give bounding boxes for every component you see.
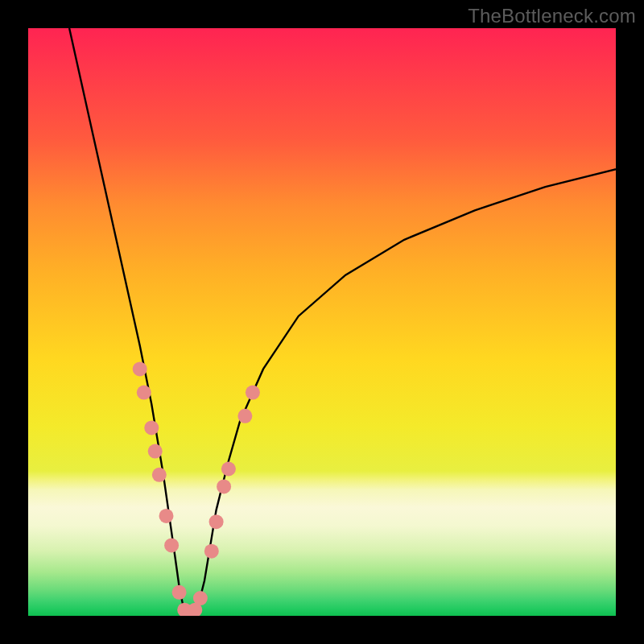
marker-dot (193, 591, 208, 605)
marker-dot (237, 409, 252, 423)
marker-dot (217, 479, 231, 493)
marker-dot (204, 544, 219, 559)
marker-dot (246, 386, 260, 400)
marker-dot (152, 468, 167, 482)
marker-dot (164, 538, 179, 552)
marker-dot (148, 444, 163, 459)
marker-dot (144, 420, 159, 435)
marker-dot (159, 509, 174, 523)
marker-dot (209, 514, 224, 529)
marker-dot (133, 361, 147, 376)
bottleneck-curve-svg (28, 28, 616, 616)
marker-dot (137, 386, 151, 400)
plot-area (28, 28, 616, 616)
marker-dot (172, 585, 187, 600)
chart-frame: TheBottleneck.com (0, 0, 644, 644)
watermark-text: TheBottleneck.com (468, 5, 636, 27)
marker-dot (221, 462, 236, 477)
bottleneck-curve (69, 28, 616, 616)
